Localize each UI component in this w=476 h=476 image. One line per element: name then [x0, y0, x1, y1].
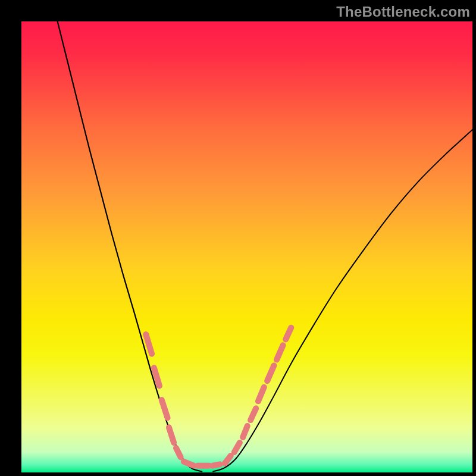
- chart-svg: [21, 21, 472, 472]
- overlay-dash-4: [176, 448, 181, 457]
- overlay-dash-7: [212, 464, 220, 465]
- overlay-dash-10: [243, 426, 248, 437]
- plot-area: [21, 21, 472, 472]
- chart-frame: TheBottleneck.com: [0, 0, 476, 476]
- watermark-text: TheBottleneck.com: [336, 4, 470, 20]
- overlay-dash-5: [184, 462, 194, 466]
- chart-gradient-background: [21, 21, 472, 472]
